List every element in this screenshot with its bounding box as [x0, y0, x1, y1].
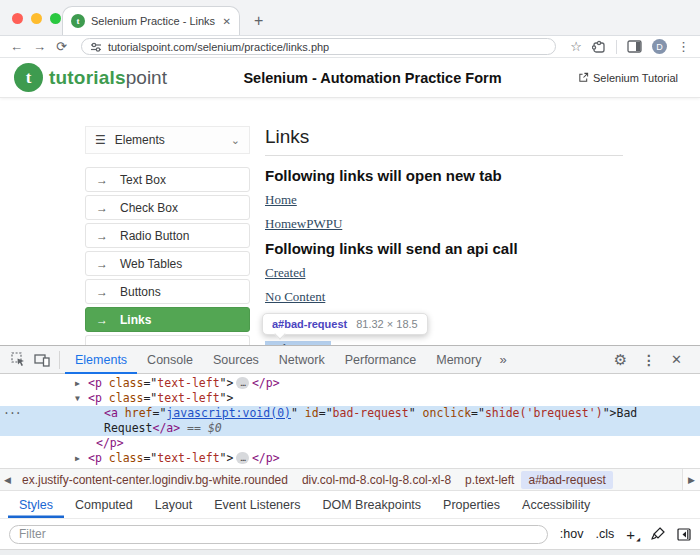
breadcrumb-item[interactable]: ex.justify-content-center.logindiv.bg-wh…: [15, 471, 295, 489]
code-line[interactable]: ▶<p class="text-left">…</p>: [0, 376, 700, 391]
sidebar-item-label: Check Box: [120, 201, 178, 215]
code-token: [102, 376, 109, 390]
link-created[interactable]: Created: [265, 265, 305, 281]
link-bad-request[interactable]: Bad Request: [265, 341, 331, 345]
code-line[interactable]: ▼<p class="text-left">: [0, 391, 700, 406]
code-token: $0: [208, 421, 222, 435]
site-settings-icon[interactable]: [90, 41, 102, 53]
back-icon[interactable]: ←: [10, 40, 23, 53]
new-tab-button[interactable]: +: [254, 12, 263, 35]
styles-tab-properties[interactable]: Properties: [432, 491, 511, 518]
logo-icon: t: [14, 63, 43, 92]
breadcrumb: ◀ ex.justify-content-center.logindiv.bg-…: [0, 468, 700, 491]
window-close-button[interactable]: [12, 13, 23, 24]
styles-tab-event-listeners[interactable]: Event Listeners: [203, 491, 311, 518]
sidebar-item-label: Buttons: [120, 285, 161, 299]
browser-menu-kebab-icon[interactable]: ⋮: [677, 40, 690, 53]
code-token: onclick: [423, 406, 471, 420]
side-panel-icon[interactable]: [627, 40, 642, 53]
page-viewport: t tutorialspoint Selenium - Automation P…: [0, 58, 700, 345]
link-label: HomewPWPU: [265, 216, 342, 231]
sidebar-item-text-box[interactable]: →Text Box: [85, 167, 250, 192]
devtools-close-icon[interactable]: ✕: [671, 352, 682, 367]
extensions-icon[interactable]: [592, 40, 606, 54]
breadcrumb-item[interactable]: a#bad-request: [521, 471, 612, 489]
styles-tab-computed[interactable]: Computed: [64, 491, 144, 518]
selenium-tutorial-label: Selenium Tutorial: [593, 72, 678, 84]
filter-control-cls[interactable]: .cls: [595, 527, 614, 541]
devtools-tab-sources[interactable]: Sources: [203, 346, 269, 374]
styles-tab-layout[interactable]: Layout: [144, 491, 204, 518]
settings-gear-icon[interactable]: ⚙: [614, 351, 627, 369]
rendering-brush-icon[interactable]: [651, 527, 665, 541]
code-token: href: [125, 406, 153, 420]
sidebar-item-check-box[interactable]: →Check Box: [85, 195, 250, 220]
filter-control-hov[interactable]: :hov: [560, 527, 584, 541]
address-bar[interactable]: tutorialspoint.com/selenium/practice/lin…: [81, 38, 556, 55]
toolbar-divider: [59, 351, 60, 369]
browser-tab[interactable]: t Selenium Practice - Links ✕: [62, 6, 240, 35]
browser-tab-strip: t Selenium Practice - Links ✕ +: [0, 0, 700, 36]
breadcrumb-item[interactable]: p.text-left: [458, 471, 521, 489]
sidebar-item-buttons[interactable]: →Buttons: [85, 279, 250, 304]
twisty-icon[interactable]: ▶: [75, 451, 80, 466]
crumb-scroll-left-icon[interactable]: ◀: [0, 475, 15, 485]
styles-tab-accessibility[interactable]: Accessibility: [511, 491, 601, 518]
devtools-tab-memory[interactable]: Memory: [426, 346, 491, 374]
window-zoom-button[interactable]: [50, 13, 61, 24]
url-text[interactable]: tutorialspoint.com/selenium/practice/lin…: [108, 41, 329, 53]
code-line[interactable]: ···<a href="javascript:void(0)" id="bad-…: [0, 406, 700, 421]
filter-control-[interactable]: +: [626, 526, 639, 543]
devtools-tab-console[interactable]: Console: [137, 346, 203, 374]
sidebar-header[interactable]: ☰ Elements ⌄: [85, 126, 250, 154]
sidebar-item-links[interactable]: →Links: [85, 307, 250, 332]
link-home[interactable]: Home: [265, 192, 297, 208]
inspect-element-icon[interactable]: [6, 348, 30, 372]
code-token: <a: [104, 406, 118, 420]
twisty-icon[interactable]: ▶: [75, 376, 80, 391]
content-sections: Following links will open new tabHomeHom…: [265, 167, 623, 345]
styles-filter-input[interactable]: [9, 525, 548, 544]
code-token: bad-request: [333, 406, 409, 420]
devtools-tab-network[interactable]: Network: [269, 346, 335, 374]
code-token: ": [409, 406, 423, 420]
styles-tab-dom-breakpoints[interactable]: DOM Breakpoints: [311, 491, 432, 518]
code-line[interactable]: </p>: [0, 436, 700, 451]
link-no-content[interactable]: No Content: [265, 289, 325, 305]
devtools-menu-kebab-icon[interactable]: ⋮: [642, 352, 656, 368]
sidebar-item-label: Links: [120, 313, 151, 327]
breadcrumb-item[interactable]: div.col-md-8.col-lg-8.col-xl-8: [295, 471, 458, 489]
device-toolbar-icon[interactable]: [30, 348, 54, 372]
bookmark-star-icon[interactable]: ☆: [570, 40, 582, 53]
code-token: </p>: [252, 451, 280, 465]
code-token: ">: [220, 391, 234, 405]
code-line[interactable]: Request</a> == $0: [0, 421, 700, 436]
arrow-right-icon: →: [96, 173, 108, 187]
more-tabs-icon[interactable]: »: [491, 352, 514, 367]
tutorialspoint-logo[interactable]: t tutorialspoint: [14, 63, 167, 92]
sidebar-item-radio-button[interactable]: →Radio Button: [85, 223, 250, 248]
tab-close-icon[interactable]: ✕: [223, 16, 231, 27]
profile-avatar[interactable]: D: [652, 39, 667, 54]
twisty-icon[interactable]: ▼: [75, 391, 80, 406]
window-minimize-button[interactable]: [31, 13, 42, 24]
code-token: text-left: [157, 376, 219, 390]
sidebar-item-web-tables[interactable]: →Web Tables: [85, 251, 250, 276]
code-token: Bad: [616, 406, 637, 420]
sidebar-item-partial[interactable]: [85, 335, 250, 345]
crumb-scroll-right-icon[interactable]: ▶: [682, 469, 700, 490]
code-token: <p: [88, 451, 102, 465]
link-homewpwpu[interactable]: HomewPWPU: [265, 216, 342, 232]
code-token: ">: [603, 406, 617, 420]
dock-panel-icon[interactable]: [677, 528, 691, 541]
styles-tab-styles[interactable]: Styles: [8, 491, 64, 518]
brand-text-bold: tutorials: [49, 67, 126, 88]
reload-icon[interactable]: ⟳: [56, 40, 67, 53]
code-token: =": [471, 406, 485, 420]
selenium-tutorial-link[interactable]: Selenium Tutorial: [578, 72, 678, 84]
code-token: ==: [180, 421, 208, 435]
forward-icon[interactable]: →: [33, 40, 46, 53]
devtools-tab-elements[interactable]: Elements: [65, 346, 137, 374]
devtools-tab-performance[interactable]: Performance: [335, 346, 427, 374]
code-line[interactable]: ▶<p class="text-left">…</p>: [0, 451, 700, 466]
